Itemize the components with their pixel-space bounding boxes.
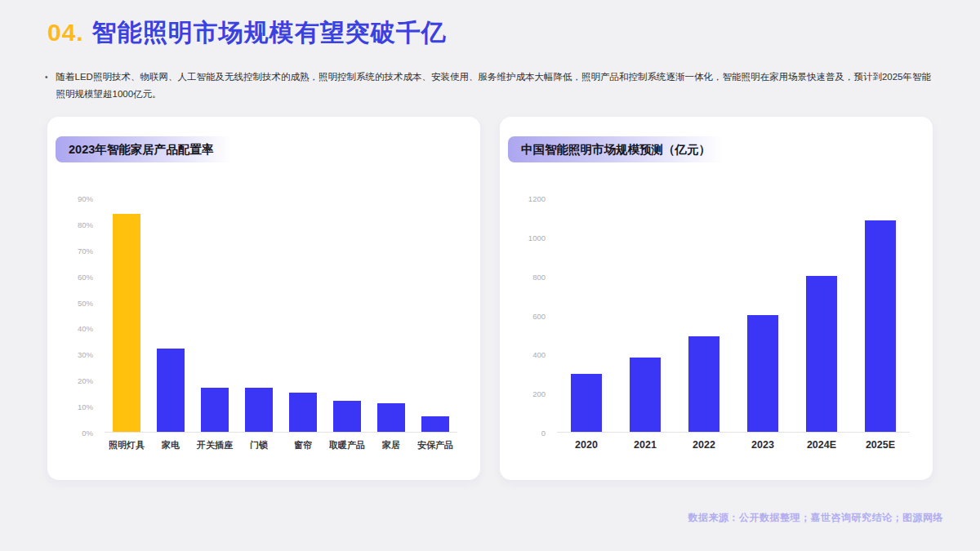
plot-area: 20202021202220232024E2025E	[557, 198, 910, 433]
chart-card-smart-home-config-rate: 2023年智能家居产品配置率 0%10%20%30%40%50%60%70%80…	[47, 117, 480, 480]
y-tick-label: 90%	[78, 194, 93, 203]
x-category-label: 开关插座	[197, 439, 233, 451]
chart-card-market-size-forecast: 中国智能照明市场规模预测（亿元） 020040060080010001200 2…	[500, 117, 933, 480]
bar	[865, 220, 896, 432]
page-title-text: 智能照明市场规模有望突破千亿	[92, 19, 447, 46]
bar	[630, 358, 661, 432]
x-category-label: 2022	[693, 439, 715, 451]
bar	[571, 374, 602, 433]
y-tick-label: 0	[541, 429, 546, 438]
x-category-label: 2024E	[807, 439, 836, 451]
y-axis: 0%10%20%30%40%50%60%70%80%90%	[70, 198, 100, 433]
bar	[747, 315, 778, 432]
bar-column: 取暖产品	[325, 198, 369, 432]
bar-column: 2025E	[851, 198, 910, 432]
y-tick-label: 40%	[78, 324, 93, 333]
y-tick-label: 20%	[78, 376, 93, 385]
y-tick-label: 200	[532, 389, 546, 398]
data-source-note: 数据来源：公开数据整理；嘉世咨询研究结论；图源网络	[688, 511, 944, 525]
x-category-label: 2023	[751, 439, 774, 451]
bar	[201, 388, 229, 432]
y-tick-label: 600	[532, 311, 546, 320]
y-tick-label: 30%	[78, 350, 93, 359]
bullet-text: 随着LED照明技术、物联网、人工智能及无线控制技术的成熟，照明控制系统的技术成本…	[56, 69, 931, 103]
bar-column: 照明灯具	[105, 198, 149, 432]
bar-chart: 020040060080010001200 202020212022202320…	[523, 198, 911, 433]
x-category-label: 2020	[575, 439, 598, 451]
bar-chart: 0%10%20%30%40%50%60%70%80%90% 照明灯具家电开关插座…	[70, 198, 459, 433]
bar	[806, 276, 837, 432]
x-category-label: 窗帘	[294, 439, 312, 451]
bar-column: 门锁	[237, 198, 281, 432]
bar	[289, 393, 317, 432]
bar	[113, 214, 140, 432]
plot-area: 照明灯具家电开关插座门锁窗帘取暖产品家居安保产品	[105, 198, 457, 433]
x-category-label: 取暖产品	[329, 439, 365, 451]
y-tick-label: 400	[532, 350, 546, 359]
bar	[688, 336, 719, 432]
y-tick-label: 80%	[78, 220, 93, 229]
x-category-label: 家电	[162, 439, 180, 451]
bar-column: 2021	[616, 198, 675, 432]
bar	[245, 388, 273, 432]
x-category-label: 家居	[382, 439, 400, 451]
y-tick-label: 10%	[78, 402, 93, 411]
bar-column: 开关插座	[193, 198, 237, 432]
bar-column: 2023	[733, 198, 792, 432]
slide: 04.智能照明市场规模有望突破千亿 • 随着LED照明技术、物联网、人工智能及无…	[0, 0, 980, 551]
bar-column: 2024E	[792, 198, 851, 432]
bar-column: 家电	[149, 198, 193, 432]
bar-column: 家居	[369, 198, 413, 432]
y-tick-label: 70%	[78, 246, 93, 255]
x-category-label: 门锁	[250, 439, 268, 451]
x-category-label: 安保产品	[417, 439, 453, 451]
x-category-label: 2025E	[866, 439, 895, 451]
y-tick-label: 1200	[528, 194, 546, 203]
bar-column: 窗帘	[281, 198, 325, 432]
bar-column: 安保产品	[413, 198, 457, 432]
bar	[421, 416, 449, 432]
bar	[333, 401, 361, 432]
y-tick-label: 0%	[82, 429, 93, 438]
y-tick-label: 800	[532, 272, 546, 281]
chart-title-badge: 中国智能照明市场规模预测（亿元）	[508, 136, 753, 162]
bar	[377, 403, 405, 432]
page-title: 04.智能照明市场规模有望突破千亿	[47, 16, 447, 50]
x-category-label: 照明灯具	[109, 439, 145, 451]
page-number: 04.	[47, 19, 84, 46]
x-category-label: 2021	[634, 439, 657, 451]
y-tick-label: 50%	[78, 298, 93, 307]
bar-column: 2022	[675, 198, 733, 432]
bar	[157, 349, 185, 432]
y-tick-label: 1000	[528, 233, 546, 242]
bullet-item: • 随着LED照明技术、物联网、人工智能及无线控制技术的成熟，照明控制系统的技术…	[45, 69, 931, 103]
y-tick-label: 60%	[78, 272, 93, 281]
bar-column: 2020	[557, 198, 616, 432]
chart-title-badge: 2023年智能家居产品配置率	[56, 136, 256, 162]
y-axis: 020040060080010001200	[523, 198, 552, 433]
bullet-marker: •	[45, 69, 48, 103]
